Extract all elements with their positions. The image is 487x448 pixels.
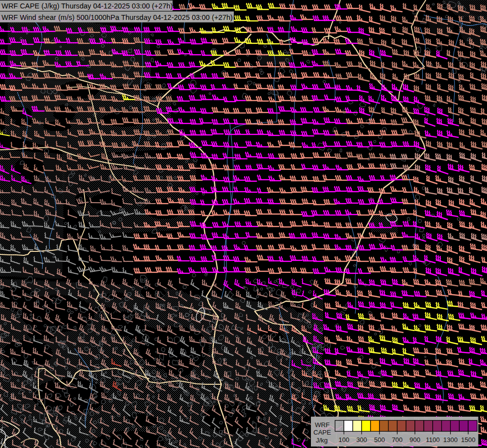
svg-text:WRF: WRF	[315, 421, 330, 429]
svg-text:WRF Wind shear (m/s) 500/1000h: WRF Wind shear (m/s) 500/1000hPa Thursda…	[1, 13, 233, 21]
svg-text:CAPE: CAPE	[313, 429, 331, 436]
svg-text:900: 900	[409, 436, 420, 444]
svg-text:1300: 1300	[443, 436, 458, 444]
svg-text:WRF CAPE (J/kg) Thursday 04-12: WRF CAPE (J/kg) Thursday 04-12-2025 03:0…	[1, 2, 173, 10]
svg-text:500: 500	[374, 436, 385, 444]
svg-text:J/kg: J/kg	[316, 437, 328, 444]
svg-text:1100: 1100	[426, 436, 440, 444]
svg-text:100: 100	[339, 436, 350, 444]
svg-text:300: 300	[356, 436, 367, 444]
svg-text:700: 700	[392, 436, 403, 444]
svg-text:1500: 1500	[461, 436, 476, 444]
